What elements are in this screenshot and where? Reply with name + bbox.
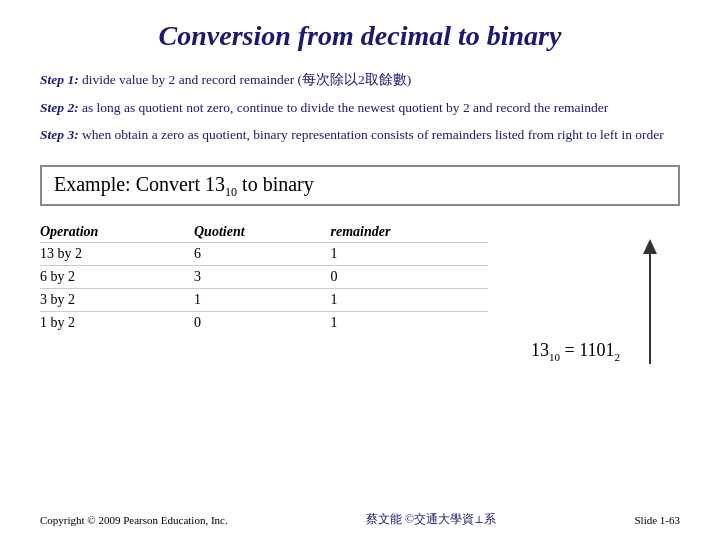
cell-remainder: 1 xyxy=(331,311,489,334)
example-prefix: Example: Convert 13 xyxy=(54,173,225,195)
conversion-table: Operation Quotient remainder 13 by 2616 … xyxy=(40,222,488,334)
arrow-icon xyxy=(635,234,665,374)
step3-text: when obtain a zero as quotient, binary r… xyxy=(79,127,664,142)
cell-quotient: 0 xyxy=(194,311,331,334)
table-header-row: Operation Quotient remainder xyxy=(40,222,488,243)
result-left: 13 xyxy=(531,340,549,360)
footer: Copyright © 2009 Pearson Education, Inc.… xyxy=(0,511,720,528)
cell-remainder: 0 xyxy=(331,265,489,288)
example-title: Example: Convert 1310 to binary xyxy=(54,173,314,195)
result-line: 1310 = 11012 xyxy=(40,340,680,363)
cell-quotient: 1 xyxy=(194,288,331,311)
table-row: 13 by 261 xyxy=(40,242,488,265)
example-subscript: 10 xyxy=(225,185,237,199)
result-left-sub: 10 xyxy=(549,350,560,362)
footer-right: Slide 1-63 xyxy=(634,514,680,526)
col-remainder: remainder xyxy=(331,222,489,243)
result-right-sub: 2 xyxy=(615,350,621,362)
slide-title: Conversion from decimal to binary xyxy=(40,20,680,52)
step1: Step 1: divide value by 2 and record rem… xyxy=(40,70,680,90)
table-row: 1 by 201 xyxy=(40,311,488,334)
cell-operation: 13 by 2 xyxy=(40,242,194,265)
cell-operation: 6 by 2 xyxy=(40,265,194,288)
table-row: 6 by 230 xyxy=(40,265,488,288)
footer-left: Copyright © 2009 Pearson Education, Inc. xyxy=(40,514,228,526)
example-suffix: to binary xyxy=(237,173,314,195)
cell-operation: 3 by 2 xyxy=(40,288,194,311)
example-box: Example: Convert 1310 to binary xyxy=(40,165,680,206)
cell-remainder: 1 xyxy=(331,242,489,265)
step1-text: divide value by 2 and record remainder (… xyxy=(79,72,412,87)
cell-quotient: 6 xyxy=(194,242,331,265)
col-operation: Operation xyxy=(40,222,194,243)
step2: Step 2: as long as quotient not zero, co… xyxy=(40,98,680,118)
footer-center: 蔡文能 ©交通大學資⊥系 xyxy=(366,511,496,528)
step1-label: Step 1: xyxy=(40,72,79,87)
col-quotient: Quotient xyxy=(194,222,331,243)
cell-quotient: 3 xyxy=(194,265,331,288)
step3: Step 3: when obtain a zero as quotient, … xyxy=(40,125,680,145)
svg-marker-1 xyxy=(643,239,657,254)
step3-label: Step 3: xyxy=(40,127,79,142)
result-eq: = 1101 xyxy=(560,340,614,360)
cell-operation: 1 by 2 xyxy=(40,311,194,334)
step2-text: as long as quotient not zero, continue t… xyxy=(79,100,609,115)
table-row: 3 by 211 xyxy=(40,288,488,311)
table-wrapper: Operation Quotient remainder 13 by 2616 … xyxy=(40,214,680,334)
step2-label: Step 2: xyxy=(40,100,79,115)
slide: Conversion from decimal to binary Step 1… xyxy=(0,0,720,540)
cell-remainder: 1 xyxy=(331,288,489,311)
